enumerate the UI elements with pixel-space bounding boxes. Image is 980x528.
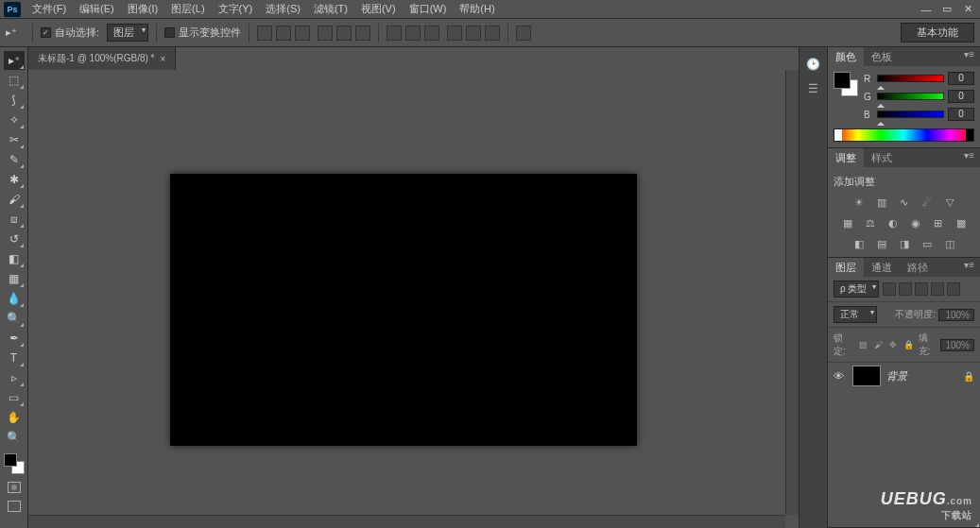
lock-pixels-icon[interactable]: 🖌 [872, 339, 884, 351]
show-transform-option[interactable]: 显示变换控件 [164, 26, 241, 40]
menu-layer[interactable]: 图层(L) [165, 0, 210, 18]
color-spectrum[interactable] [834, 128, 974, 142]
tab-paths[interactable]: 路径 [900, 258, 936, 277]
menu-type[interactable]: 文字(Y) [213, 0, 259, 18]
posterize-icon[interactable]: ▤ [873, 236, 890, 251]
distribute-vcenter-icon[interactable] [405, 26, 421, 41]
auto-select-target-dropdown[interactable]: 图层 [107, 24, 148, 42]
tab-swatches[interactable]: 色板 [864, 47, 900, 66]
distribute-top-icon[interactable] [387, 26, 402, 41]
menu-window[interactable]: 窗口(W) [404, 0, 453, 18]
menu-file[interactable]: 文件(F) [26, 0, 72, 18]
photo-filter-icon[interactable]: ◉ [907, 215, 924, 230]
show-transform-checkbox[interactable] [164, 27, 175, 38]
brightness-icon[interactable]: ☀ [851, 195, 868, 210]
align-vcenter-icon[interactable] [276, 26, 291, 41]
bw-icon[interactable]: ◐ [885, 215, 902, 230]
distribute-bottom-icon[interactable] [424, 26, 439, 41]
eyedropper-tool[interactable]: ✎ [4, 150, 25, 169]
filter-pixel-icon[interactable] [883, 282, 896, 296]
visibility-toggle-icon[interactable]: 👁 [834, 370, 847, 382]
auto-select-option[interactable]: ✓ 自动选择: [41, 26, 99, 40]
align-bottom-icon[interactable] [295, 26, 310, 41]
panel-menu-icon[interactable]: ▾≡ [958, 47, 980, 66]
b-value-input[interactable]: 0 [948, 108, 974, 121]
menu-select[interactable]: 选择(S) [260, 0, 306, 18]
canvas-viewport[interactable] [28, 70, 799, 528]
filter-type-icon[interactable] [915, 282, 928, 296]
menu-filter[interactable]: 滤镜(T) [308, 0, 353, 18]
align-hcenter-icon[interactable] [336, 26, 352, 41]
healing-brush-tool[interactable]: ✱ [4, 170, 25, 189]
dodge-tool[interactable]: 🔍 [4, 309, 25, 328]
fg-color-preview[interactable] [834, 72, 851, 89]
b-slider[interactable] [877, 111, 944, 118]
tab-adjustments[interactable]: 调整 [828, 148, 864, 167]
distribute-left-icon[interactable] [447, 26, 462, 41]
r-slider[interactable] [877, 75, 944, 82]
path-selection-tool[interactable]: ▹ [4, 368, 25, 387]
filter-adjustment-icon[interactable] [899, 282, 912, 296]
channel-mixer-icon[interactable]: ⊞ [930, 215, 947, 230]
close-button[interactable]: ✕ [959, 3, 976, 16]
g-value-input[interactable]: 0 [948, 90, 974, 103]
curves-icon[interactable]: ∿ [896, 195, 913, 210]
zoom-tool[interactable]: 🔍 [4, 428, 25, 447]
foreground-background-colors[interactable] [4, 453, 25, 474]
gradient-map-icon[interactable]: ▭ [919, 236, 936, 251]
gradient-tool[interactable]: ▦ [4, 269, 25, 288]
foreground-color-swatch[interactable] [4, 453, 17, 467]
threshold-icon[interactable]: ◨ [896, 236, 913, 251]
pen-tool[interactable]: ✒ [4, 329, 25, 348]
levels-icon[interactable]: ▥ [873, 195, 890, 210]
minimize-button[interactable]: — [918, 3, 935, 16]
invert-icon[interactable]: ◧ [851, 236, 868, 251]
lasso-tool[interactable]: ⟆ [4, 91, 25, 110]
type-tool[interactable]: T [4, 349, 25, 367]
brush-tool[interactable]: 🖌 [4, 190, 25, 209]
blur-tool[interactable]: 💧 [4, 289, 25, 308]
maximize-button[interactable]: ▭ [938, 3, 955, 16]
canvas[interactable] [170, 174, 637, 446]
tab-channels[interactable]: 通道 [864, 258, 900, 277]
properties-panel-icon[interactable]: ☰ [804, 79, 823, 98]
panel-menu-icon[interactable]: ▾≡ [958, 148, 980, 167]
layer-filter-dropdown[interactable]: ρ 类型 [834, 281, 879, 298]
layer-name[interactable]: 背景 [886, 369, 957, 383]
hand-tool[interactable]: ✋ [4, 408, 25, 427]
color-balance-icon[interactable]: ⚖ [862, 215, 879, 230]
auto-select-checkbox[interactable]: ✓ [41, 27, 51, 38]
filter-smart-icon[interactable] [947, 282, 960, 296]
lock-transparency-icon[interactable]: ▨ [857, 339, 868, 351]
align-top-icon[interactable] [257, 26, 272, 41]
tab-color[interactable]: 颜色 [828, 47, 864, 66]
layer-row[interactable]: 👁 背景 🔒 [828, 363, 980, 389]
color-preview[interactable] [834, 72, 858, 96]
hue-icon[interactable]: ▦ [839, 215, 856, 230]
shape-tool[interactable]: ▭ [4, 388, 25, 407]
close-icon[interactable]: × [161, 54, 166, 64]
r-value-input[interactable]: 0 [948, 72, 974, 85]
vibrance-icon[interactable]: ▽ [941, 195, 958, 210]
exposure-icon[interactable]: ☄ [919, 195, 936, 210]
screen-mode-toggle[interactable] [4, 499, 25, 514]
color-lookup-icon[interactable]: ▩ [953, 215, 970, 230]
filter-shape-icon[interactable] [931, 282, 944, 296]
menu-image[interactable]: 图像(I) [122, 0, 163, 18]
menu-help[interactable]: 帮助(H) [454, 0, 500, 18]
align-left-icon[interactable] [318, 26, 333, 41]
selective-color-icon[interactable]: ◫ [941, 236, 958, 251]
history-brush-tool[interactable]: ↺ [4, 230, 25, 248]
menu-edit[interactable]: 编辑(E) [74, 0, 120, 18]
blend-mode-dropdown[interactable]: 正常 [834, 306, 877, 323]
tab-styles[interactable]: 样式 [864, 148, 900, 167]
magic-wand-tool[interactable]: ✧ [4, 111, 25, 129]
align-right-icon[interactable] [355, 26, 370, 41]
move-tool[interactable]: ▸⁺ [4, 51, 25, 70]
document-tab[interactable]: 未标题-1 @ 100%(RGB/8) * × [28, 47, 176, 70]
horizontal-scrollbar[interactable] [28, 515, 785, 528]
workspace-switcher[interactable]: 基本功能 [901, 23, 974, 43]
lock-all-icon[interactable]: 🔒 [903, 339, 915, 351]
clone-stamp-tool[interactable]: ⧇ [4, 210, 25, 229]
quick-mask-toggle[interactable] [4, 479, 25, 496]
